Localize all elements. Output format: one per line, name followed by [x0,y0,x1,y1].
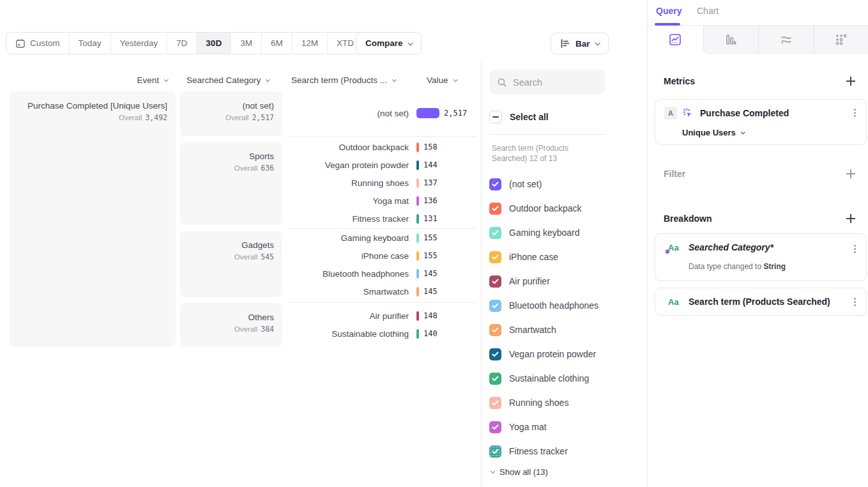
table-row[interactable]: Outdoor backpack 158 [287,138,476,156]
metric-card[interactable]: A Purchase Completed Unique Users [655,99,867,145]
add-filter-button[interactable] [846,169,856,179]
checkbox[interactable] [489,445,501,458]
tab-funnels[interactable] [703,26,759,54]
date-range-custom[interactable]: Custom [6,33,70,54]
legend-item[interactable]: Sustainable clothing [489,369,589,387]
legend-item[interactable]: Bluetooth headphones [489,297,598,314]
checkbox[interactable] [489,203,501,215]
column-header-value[interactable]: Value [427,73,457,87]
table-row[interactable]: Air purifier 148 [287,307,476,325]
value-bar [416,196,419,206]
value-bar [416,251,419,261]
tab-insights[interactable] [648,26,703,54]
metric-options-kebab-icon[interactable] [854,112,856,114]
date-range-picker: Custom Today Yesterday 7D 30D 3M 6M 12M … [6,32,371,54]
breakdown-options-kebab-icon[interactable] [854,248,856,250]
category-cell-others[interactable]: Others Overall384 [180,303,282,346]
table-row[interactable]: Smartwatch 145 [287,282,476,300]
checkbox[interactable] [489,324,501,336]
retention-dots-icon [835,33,848,46]
select-all-checkbox[interactable] [489,111,502,123]
checkbox[interactable] [489,178,501,190]
add-metric-button[interactable] [846,76,856,86]
category-cell-sports[interactable]: Sports Overall636 [180,142,282,225]
legend-item[interactable]: Outdoor backpack [489,199,582,217]
legend-item[interactable]: Smartwatch [489,321,556,339]
active-tab-indicator [655,23,680,26]
column-header-term[interactable]: Search term (Products ... [291,73,395,87]
table-row[interactable]: (not set) 2,517 [287,104,476,122]
date-range-today[interactable]: Today [70,33,111,54]
search-input[interactable]: Search [489,70,605,95]
legend-item[interactable]: iPhone case [489,248,558,266]
insights-report: Custom Today Yesterday 7D 30D 3M 6M 12M … [0,0,868,487]
chevron-down-icon [453,77,457,82]
table-row[interactable]: iPhone case 155 [287,247,476,265]
value-bar [416,233,419,243]
check-icon [492,303,499,309]
legend-item[interactable]: Vegan protein powder [489,345,596,363]
tab-query[interactable]: Query [656,6,681,16]
date-range-6m[interactable]: 6M [262,33,293,54]
filter-heading: Filter [664,169,685,179]
legend-panel: Search Select all Search term (Products … [481,61,647,487]
select-all[interactable]: Select all [489,111,549,123]
checkbox[interactable] [489,227,501,239]
table-row[interactable]: Running shoes 137 [287,174,476,192]
event-spark-icon [682,107,694,119]
date-range-yesterday[interactable]: Yesterday [111,33,168,54]
legend-item[interactable]: Running shoes [489,394,568,412]
breakdown-options-kebab-icon[interactable] [854,301,856,303]
date-range-7d[interactable]: 7D [167,33,197,54]
add-breakdown-button[interactable] [846,213,856,224]
checkbox[interactable] [489,275,501,288]
table-row[interactable]: Gaming keyboard 155 [287,229,476,247]
checkbox[interactable] [489,373,501,385]
tab-retention[interactable] [814,26,868,54]
value-bar [416,269,419,279]
category-cell-not-set[interactable]: (not set) Overall2,517 [180,91,282,136]
column-header-category[interactable]: Searched Category [187,73,269,87]
table-row[interactable]: Vegan protein powder 144 [287,156,476,174]
indeterminate-icon [492,116,499,118]
checkbox[interactable] [489,421,501,433]
date-range-3m[interactable]: 3M [231,33,262,54]
check-icon [492,327,499,333]
divider [489,134,605,135]
string-property-icon: Aa✱ [668,243,679,252]
legend-item[interactable]: Yoga mat [489,418,547,436]
compare-button[interactable]: Compare [356,32,422,54]
checkbox[interactable] [489,348,501,360]
table-row[interactable]: Sustainable clothing 140 [287,325,476,343]
table-row[interactable]: Yoga mat 136 [287,192,476,210]
table-row[interactable]: Bluetooth headphones 145 [287,265,476,282]
table-row[interactable]: Fitness tracker 131 [287,210,476,228]
chart-view-dropdown[interactable]: Bar [551,33,609,54]
category-cell-gadgets[interactable]: Gadgets Overall545 [180,231,282,297]
checkbox[interactable] [489,300,501,312]
checkbox[interactable] [489,251,501,263]
chevron-down-icon [266,77,270,82]
legend-item[interactable]: Air purifier [489,272,550,290]
chevron-down-icon [491,469,495,474]
checkbox[interactable] [489,397,501,409]
tab-chart[interactable]: Chart [697,6,719,16]
legend-item[interactable]: (not set) [489,175,542,193]
date-range-12m[interactable]: 12M [293,33,328,54]
analysis-type-tabs [648,26,868,54]
tab-flows[interactable] [758,26,814,54]
search-icon [497,77,507,88]
column-header-event[interactable]: Event [10,73,167,87]
check-icon [492,352,499,357]
breakdown-card-searched-category[interactable]: Aa✱ Searched Category* Data type changed… [655,233,867,281]
sidebar-tabbar: Query Chart [648,0,868,26]
event-cell[interactable]: Purchase Completed [Unique Users] Overal… [10,91,176,347]
legend-item[interactable]: Fitness tracker [489,442,568,460]
legend-item[interactable]: Gaming keyboard [489,224,580,242]
breakdown-card-search-term[interactable]: Aa Search term (Products Searched) [655,288,867,316]
value-bar [416,311,419,321]
show-all-toggle[interactable]: Show all (13) [491,467,548,477]
measurement-dropdown[interactable]: Unique Users [682,128,744,137]
date-range-30d[interactable]: 30D [197,33,231,54]
event-name: Purchase Completed [Unique Users] [16,101,167,111]
